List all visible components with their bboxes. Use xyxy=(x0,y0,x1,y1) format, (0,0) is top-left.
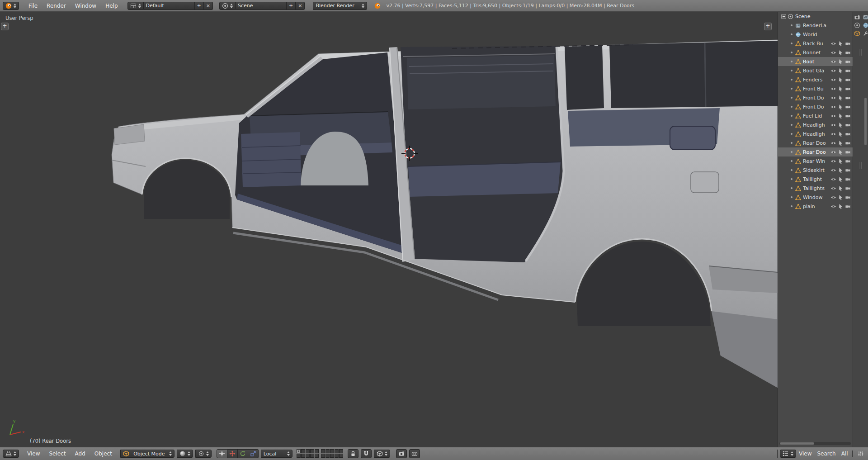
renderability-camera-icon[interactable] xyxy=(845,104,851,110)
selectability-cursor-icon[interactable] xyxy=(838,131,844,137)
layer-toggle[interactable] xyxy=(297,454,301,458)
toolshelf-expand-tab[interactable]: + xyxy=(1,23,9,30)
menu-select[interactable]: Select xyxy=(45,450,70,458)
selectability-cursor-icon[interactable] xyxy=(838,95,844,101)
selectability-cursor-icon[interactable] xyxy=(838,86,844,92)
disclosure-toggle[interactable] xyxy=(789,204,794,209)
disclosure-toggle[interactable] xyxy=(789,186,794,191)
layer-toggle[interactable] xyxy=(335,454,339,458)
layer-toggle[interactable] xyxy=(315,449,319,453)
outliner-item[interactable]: Sideskirt xyxy=(778,166,853,175)
disclosure-toggle[interactable] xyxy=(789,86,794,91)
render-opengl-button[interactable] xyxy=(396,449,407,458)
disclosure-toggle[interactable] xyxy=(789,104,794,109)
disclosure-toggle[interactable] xyxy=(789,168,794,173)
layer-toggle[interactable] xyxy=(310,449,314,453)
properties-scrollbar-thumb[interactable] xyxy=(864,98,867,145)
renderability-camera-icon[interactable] xyxy=(845,158,851,164)
renderability-camera-icon[interactable] xyxy=(845,194,851,200)
renderability-camera-icon[interactable] xyxy=(845,176,851,182)
layer-toggle[interactable] xyxy=(339,449,343,453)
properties-icon[interactable] xyxy=(858,451,864,457)
visibility-eye-icon[interactable] xyxy=(830,59,836,65)
add-scene-button[interactable]: + xyxy=(287,2,296,10)
selectability-cursor-icon[interactable] xyxy=(838,50,844,56)
disclosure-toggle[interactable] xyxy=(781,14,786,19)
world-tab-icon[interactable] xyxy=(863,22,868,28)
renderability-camera-icon[interactable] xyxy=(845,140,851,146)
editor-type-selector-outliner[interactable] xyxy=(780,450,796,458)
visibility-eye-icon[interactable] xyxy=(830,185,836,191)
lock-to-scene-button[interactable] xyxy=(348,449,359,458)
outliner-item-label[interactable]: Boot Gla xyxy=(803,68,830,74)
outliner-menu-search[interactable]: Search xyxy=(814,450,838,458)
outliner-item[interactable]: Fenders xyxy=(778,75,853,84)
layer-toggle[interactable] xyxy=(330,454,334,458)
outliner-item-label[interactable]: Front Do xyxy=(803,95,830,101)
screen-layout-name[interactable]: Default xyxy=(144,2,195,10)
outliner-item-label[interactable]: Sideskirt xyxy=(803,167,830,173)
menu-object[interactable]: Object xyxy=(90,450,116,458)
selectability-cursor-icon[interactable] xyxy=(838,204,844,209)
scene-tab-icon[interactable] xyxy=(854,22,860,28)
layer-toggle[interactable] xyxy=(330,449,334,453)
menu-help[interactable]: Help xyxy=(101,2,122,10)
snap-element-selector[interactable] xyxy=(374,450,390,458)
visibility-eye-icon[interactable] xyxy=(830,140,836,146)
disclosure-toggle[interactable] xyxy=(789,50,794,55)
renderability-camera-icon[interactable] xyxy=(845,131,851,137)
visibility-eye-icon[interactable] xyxy=(830,113,836,119)
transform-orientation-selector[interactable]: Local xyxy=(261,450,292,458)
selectability-cursor-icon[interactable] xyxy=(838,149,844,155)
selectability-cursor-icon[interactable] xyxy=(838,113,844,119)
layer-toggle[interactable] xyxy=(326,449,330,453)
renderability-camera-icon[interactable] xyxy=(845,204,851,209)
delete-scene-button[interactable]: × xyxy=(296,2,305,10)
mode-selector[interactable]: Object Mode xyxy=(120,450,175,458)
menu-window[interactable]: Window xyxy=(71,2,100,10)
disclosure-toggle[interactable] xyxy=(789,68,794,73)
outliner-item[interactable]: Rear Doo xyxy=(778,138,853,147)
layer-toggle[interactable] xyxy=(339,454,343,458)
outliner-horizontal-scrollbar[interactable] xyxy=(779,442,851,445)
layer-toggle[interactable] xyxy=(335,449,339,453)
outliner-item-label[interactable]: plain xyxy=(803,204,830,209)
outliner-item-label[interactable]: Boot xyxy=(803,59,830,65)
layer-toggle[interactable] xyxy=(321,454,325,458)
outliner-item-label[interactable]: Rear Doo xyxy=(803,140,830,146)
disclosure-toggle[interactable] xyxy=(789,195,794,200)
outliner-item-label[interactable]: Rear Doo xyxy=(803,149,830,155)
outliner-item-label[interactable]: Fuel Lid xyxy=(803,113,830,119)
layer-toggle[interactable] xyxy=(306,454,310,458)
renderability-camera-icon[interactable] xyxy=(845,86,851,92)
editor-type-selector-3dview[interactable] xyxy=(3,450,19,458)
outliner-item[interactable]: Front Do xyxy=(778,102,853,111)
visibility-eye-icon[interactable] xyxy=(830,104,836,110)
selectability-cursor-icon[interactable] xyxy=(838,104,844,110)
viewport-3d[interactable]: x y User Persp (70) Rear Doors + + xyxy=(0,12,778,447)
outliner-item-label[interactable]: Front Do xyxy=(803,104,830,110)
selectability-cursor-icon[interactable] xyxy=(838,41,844,47)
visibility-eye-icon[interactable] xyxy=(830,194,836,200)
render-engine-selector[interactable]: Blender Render xyxy=(313,2,367,10)
visibility-eye-icon[interactable] xyxy=(830,158,836,164)
disclosure-toggle[interactable] xyxy=(789,177,794,182)
render-tab-icon[interactable] xyxy=(854,14,860,20)
outliner-item[interactable]: Scene xyxy=(778,12,853,21)
menu-view[interactable]: View xyxy=(23,450,44,458)
renderability-camera-icon[interactable] xyxy=(845,113,851,119)
outliner-item[interactable]: Boot Gla xyxy=(778,66,853,75)
outliner-item-label[interactable]: World xyxy=(803,32,830,38)
car-model[interactable] xyxy=(112,40,778,388)
outliner-item[interactable]: Front Bu xyxy=(778,84,853,93)
disclosure-toggle[interactable] xyxy=(789,23,794,28)
disclosure-toggle[interactable] xyxy=(789,95,794,100)
scene-browse[interactable] xyxy=(219,2,236,10)
sidebar-expand-tab[interactable]: + xyxy=(764,23,772,30)
visibility-eye-icon[interactable] xyxy=(830,204,836,209)
selectability-cursor-icon[interactable] xyxy=(838,77,844,83)
outliner-item-label[interactable]: Headligh xyxy=(803,122,830,128)
pivot-point-selector[interactable] xyxy=(195,450,212,458)
renderability-camera-icon[interactable] xyxy=(845,149,851,155)
outliner-item-label[interactable]: Bonnet xyxy=(803,50,830,56)
